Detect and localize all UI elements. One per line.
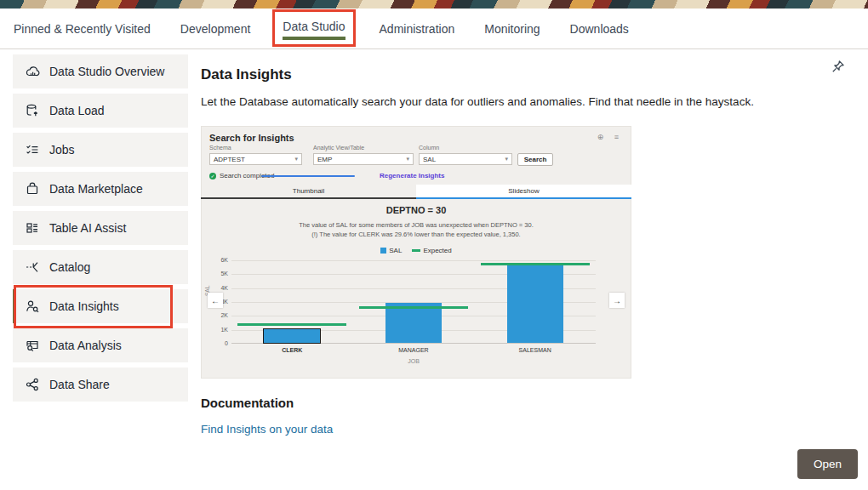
- active-tab-underline: [283, 37, 345, 40]
- insight-line-2: (!) The value for CLERK was 29.6% lower …: [201, 231, 631, 240]
- page-description: Let the Database automatically search yo…: [201, 95, 854, 108]
- preview-tab-slideshow: Slideshow: [416, 185, 631, 199]
- tab-pinned-recently-visited[interactable]: Pinned & Recently Visited: [14, 22, 151, 36]
- y-tick-label: 0: [208, 340, 228, 346]
- y-tick-label: 5K: [208, 271, 228, 276]
- y-tick-label: 1K: [208, 327, 228, 333]
- annotation-box-data-studio: Data Studio: [272, 9, 355, 47]
- bar-manager: [385, 303, 442, 343]
- legend-swatch-bar: [380, 248, 386, 254]
- feature-preview-image: Search for Insights ⊕ ≡ Schema ADPTEST ▾…: [201, 126, 631, 379]
- preview-toolbar-icons: ⊕ ≡: [597, 133, 623, 141]
- legend-label-sal: SAL: [389, 247, 402, 254]
- previous-insight-arrow: ←: [208, 293, 223, 308]
- sidebar-item-data-analysis[interactable]: Data Analysis: [13, 328, 188, 362]
- schema-value: ADPTEST: [214, 156, 245, 163]
- regenerate-insights-link: Regenerate Insights: [380, 172, 444, 179]
- shopping-bag-icon: [25, 181, 40, 197]
- legend-item-expected: Expected: [412, 247, 451, 254]
- documentation-link[interactable]: Find Insights on your data: [201, 423, 333, 436]
- column-label: Column: [419, 145, 512, 151]
- tab-monitoring[interactable]: Monitoring: [484, 22, 540, 36]
- chart-xlabel: JOB: [231, 358, 596, 364]
- expected-marker-clerk: [237, 323, 346, 326]
- x-tick-label: CLERK: [231, 347, 353, 353]
- y-tick-label: 4K: [208, 285, 228, 291]
- database-upload-icon: [25, 103, 40, 118]
- sidebar-item-label: Data Insights: [49, 299, 119, 313]
- sidebar-item-label: Data Share: [49, 378, 110, 391]
- y-tick-label: 6K: [208, 257, 228, 263]
- legend-swatch-line: [412, 249, 420, 252]
- insight-line-1: The value of SAL for some members of JOB…: [201, 221, 631, 231]
- search-button: Search: [517, 153, 553, 166]
- expected-marker-manager: [359, 306, 468, 309]
- chevron-down-icon: ▾: [406, 156, 409, 162]
- share-nodes-icon: [25, 377, 40, 392]
- legend-item-sal: SAL: [380, 247, 402, 254]
- x-tick-label: MANAGER: [353, 347, 475, 353]
- documentation-heading: Documentation: [201, 396, 854, 410]
- sidebar-item-label: Table AI Assist: [49, 221, 126, 235]
- sidebar-item-label: Data Studio Overview: [49, 65, 164, 78]
- top-tab-bar: Pinned & Recently Visited Development Da…: [0, 9, 868, 49]
- insight-description: The value of SAL for some members of JOB…: [201, 221, 631, 239]
- sidebar-item-data-insights[interactable]: Data Insights: [13, 289, 188, 323]
- legend-label-expected: Expected: [423, 247, 451, 254]
- main-panel: Data Insights Let the Database automatic…: [188, 49, 868, 490]
- cloud-chart-icon: [25, 64, 40, 79]
- tab-development[interactable]: Development: [180, 22, 251, 36]
- check-icon: ✓: [209, 173, 216, 179]
- column-field: Column SAL ▾: [419, 145, 512, 165]
- table-blocks-icon: [25, 220, 40, 236]
- analytic-view-value: EMP: [317, 156, 332, 163]
- gridline: [231, 260, 596, 261]
- sidebar: Data Studio Overview Data Load Jobs: [0, 49, 188, 490]
- analytic-view-select: EMP ▾: [313, 153, 414, 165]
- x-tick-label: SALESMAN: [474, 347, 596, 353]
- analytic-view-field: Analytic View/Table EMP ▾: [313, 145, 414, 165]
- tab-data-studio[interactable]: Data Studio: [283, 20, 345, 33]
- chevron-down-icon: ▾: [505, 156, 508, 162]
- decorative-banner: [0, 0, 868, 9]
- progress-bar: [261, 175, 355, 177]
- schema-select: ADPTEST ▾: [209, 153, 302, 165]
- person-search-icon: [25, 299, 40, 314]
- sidebar-item-label: Catalog: [49, 260, 90, 274]
- page-title: Data Insights: [201, 66, 854, 83]
- bar-salesman: [507, 265, 563, 343]
- preview-tab-bar: Thumbnail Slideshow: [201, 185, 631, 199]
- lineage-icon: [25, 259, 40, 275]
- column-value: SAL: [423, 156, 436, 163]
- open-button[interactable]: Open: [797, 449, 858, 479]
- chart-plot: [231, 260, 596, 344]
- table-search-icon: [25, 338, 40, 353]
- analytic-view-label: Analytic View/Table: [313, 145, 414, 151]
- preview-title: Search for Insights: [209, 133, 294, 143]
- column-select: SAL ▾: [419, 153, 512, 165]
- tab-administration[interactable]: Administration: [380, 22, 455, 36]
- bar-clerk: [264, 329, 320, 343]
- sidebar-item-catalog[interactable]: Catalog: [13, 250, 188, 284]
- sidebar-item-data-marketplace[interactable]: Data Marketplace: [13, 172, 188, 206]
- chevron-down-icon: ▾: [294, 156, 298, 162]
- sidebar-item-data-studio-overview[interactable]: Data Studio Overview: [13, 54, 188, 88]
- sidebar-item-table-ai-assist[interactable]: Table AI Assist: [13, 211, 188, 245]
- sidebar-item-label: Data Load: [49, 104, 105, 117]
- insight-chart: SAL Expected SAL JOB 01K2K3K4K5K6KCLERKM…: [201, 245, 631, 374]
- schema-field: Schema ADPTEST ▾: [209, 145, 302, 165]
- preview-tab-thumbnail: Thumbnail: [201, 185, 416, 199]
- checklist-icon: [25, 142, 40, 157]
- pin-icon[interactable]: [831, 59, 846, 77]
- expected-marker-salesman: [481, 263, 590, 265]
- sidebar-item-jobs[interactable]: Jobs: [13, 133, 188, 167]
- sidebar-item-label: Jobs: [49, 143, 75, 157]
- sidebar-item-label: Data Marketplace: [49, 182, 143, 196]
- y-tick-label: 2K: [208, 312, 228, 318]
- tab-downloads[interactable]: Downloads: [570, 22, 629, 36]
- sidebar-item-data-load[interactable]: Data Load: [13, 94, 188, 128]
- insight-title: DEPTNO = 30: [201, 205, 631, 215]
- sidebar-item-label: Data Analysis: [49, 339, 122, 352]
- next-insight-arrow: →: [609, 293, 625, 308]
- sidebar-item-data-share[interactable]: Data Share: [13, 368, 188, 402]
